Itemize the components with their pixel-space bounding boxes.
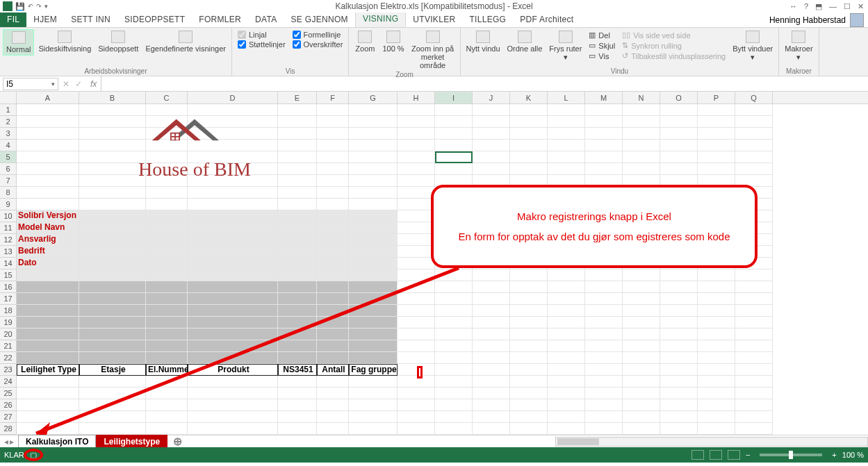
row-header-16[interactable]: 16 (0, 281, 17, 293)
cell-F2[interactable] (317, 116, 349, 128)
cell-B10[interactable] (79, 210, 146, 222)
cell-K17[interactable] (510, 293, 548, 305)
save-icon[interactable]: 💾 (15, 1, 25, 11)
cell-L28[interactable] (548, 423, 585, 435)
cell-N5[interactable] (623, 151, 660, 163)
cell-D13[interactable] (188, 246, 278, 258)
cell-H19[interactable] (398, 317, 435, 328)
row-header-5[interactable]: 5 (0, 151, 17, 163)
cell-I24[interactable] (435, 376, 473, 388)
cell-H1[interactable] (398, 104, 435, 116)
cell-B5[interactable] (79, 151, 146, 163)
cell-B17[interactable] (79, 293, 146, 305)
cell-G9[interactable] (349, 199, 398, 210)
cell-A17[interactable] (17, 293, 79, 305)
cell-H8[interactable] (398, 187, 435, 199)
cell-I4[interactable] (435, 140, 473, 151)
cell-O16[interactable] (660, 281, 698, 293)
cell-F26[interactable] (317, 399, 349, 411)
cell-G12[interactable] (349, 234, 398, 246)
cell-H6[interactable] (398, 163, 435, 175)
cell-O5[interactable] (660, 151, 698, 163)
cell-F10[interactable] (317, 210, 349, 222)
cell-B15[interactable] (79, 269, 146, 281)
cell-I18[interactable] (435, 305, 473, 317)
col-B[interactable]: B (79, 92, 146, 103)
cell-E1[interactable] (278, 104, 317, 116)
cell-B8[interactable] (79, 187, 146, 199)
cell-M17[interactable] (585, 293, 623, 305)
cell-O27[interactable] (660, 411, 698, 423)
cell-C15[interactable] (146, 269, 188, 281)
cell-D8[interactable] (188, 187, 278, 199)
cell-F24[interactable] (317, 376, 349, 388)
cell-I21[interactable] (435, 340, 473, 352)
cell-F22[interactable] (317, 352, 349, 364)
cell-O18[interactable] (660, 305, 698, 317)
cell-M19[interactable] (585, 317, 623, 328)
cell-K26[interactable] (510, 399, 548, 411)
cell-B22[interactable] (79, 352, 146, 364)
cell-P15[interactable] (698, 269, 735, 281)
cell-J27[interactable] (473, 411, 510, 423)
cell-O22[interactable] (660, 352, 698, 364)
cell-P26[interactable] (698, 399, 735, 411)
cell-G17[interactable] (349, 293, 398, 305)
cell-N2[interactable] (623, 116, 660, 128)
hide-button[interactable]: ▭Skjul (589, 41, 615, 50)
cell-H25[interactable] (398, 388, 435, 399)
cell-F5[interactable] (317, 151, 349, 163)
check-gridlines[interactable]: Støttelinjer (238, 40, 286, 49)
cell-J1[interactable] (473, 104, 510, 116)
cell-D17[interactable] (188, 293, 278, 305)
cell-M23[interactable] (585, 364, 623, 376)
cell-G27[interactable] (349, 411, 398, 423)
formula-input[interactable] (101, 76, 868, 91)
cell-C2[interactable] (146, 116, 188, 128)
cell-B18[interactable] (79, 305, 146, 317)
cell-I6[interactable] (435, 163, 473, 175)
cell-I3[interactable] (435, 128, 473, 140)
cell-J24[interactable] (473, 376, 510, 388)
cell-M4[interactable] (585, 140, 623, 151)
row-header-27[interactable]: 27 (0, 411, 17, 423)
cell-J2[interactable] (473, 116, 510, 128)
cell-I27[interactable] (435, 411, 473, 423)
cell-A5[interactable] (17, 151, 79, 163)
cell-N20[interactable] (623, 328, 660, 340)
cell-C24[interactable] (146, 376, 188, 388)
cell-K6[interactable] (510, 163, 548, 175)
cell-L17[interactable] (548, 293, 585, 305)
cell-G16[interactable] (349, 281, 398, 293)
cell-F1[interactable] (317, 104, 349, 116)
col-K[interactable]: K (510, 92, 548, 103)
tab-file[interactable]: FIL (0, 12, 26, 27)
cell-G6[interactable] (349, 163, 398, 175)
cell-O25[interactable] (660, 388, 698, 399)
cell-L25[interactable] (548, 388, 585, 399)
cell-I2[interactable] (435, 116, 473, 128)
cell-N4[interactable] (623, 140, 660, 151)
view-pagelayout-button[interactable]: Sideoppsett (95, 29, 141, 54)
cell-A19[interactable] (17, 317, 79, 328)
chevron-down-icon[interactable]: ▾ (51, 81, 55, 88)
cell-A21[interactable] (17, 340, 79, 352)
cell-B14[interactable] (79, 258, 146, 269)
cell-A27[interactable] (17, 411, 79, 423)
cell-M28[interactable] (585, 423, 623, 435)
cell-A9[interactable] (17, 199, 79, 210)
cell-E26[interactable] (278, 399, 317, 411)
zoom-out-icon[interactable]: − (746, 451, 750, 459)
cell-N24[interactable] (623, 376, 660, 388)
cell-L20[interactable] (548, 328, 585, 340)
cell-F7[interactable] (317, 175, 349, 187)
cell-M15[interactable] (585, 269, 623, 281)
cell-I23[interactable] (435, 364, 473, 376)
zoom-level[interactable]: 100 % (842, 451, 864, 459)
cell-P27[interactable] (698, 411, 735, 423)
cell-A20[interactable] (17, 328, 79, 340)
cell-C23[interactable]: El.Nummer (146, 364, 188, 376)
cell-C27[interactable] (146, 411, 188, 423)
col-O[interactable]: O (660, 92, 698, 103)
cell-Q21[interactable] (735, 340, 773, 352)
